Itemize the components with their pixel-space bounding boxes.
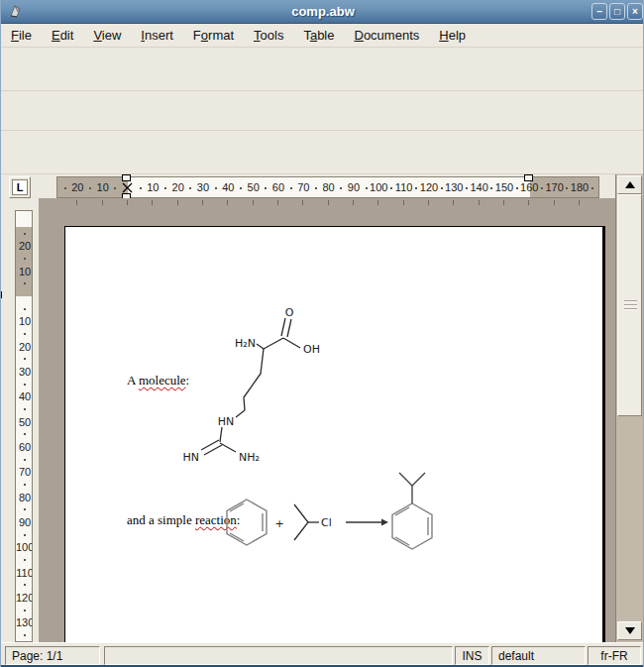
ruler-tick (541, 187, 543, 189)
ruler-tick (24, 584, 26, 586)
margin-tick (277, 200, 278, 205)
right-indent-marker[interactable] (524, 174, 533, 181)
maximize-button[interactable]: □ (609, 3, 625, 20)
menu-documents[interactable]: Documents (345, 25, 430, 46)
ruler-tick (24, 459, 26, 461)
margin-tick (302, 200, 303, 205)
arrow-up-icon (625, 181, 635, 188)
menubar: File Edit View Insert Format Tools Table… (1, 24, 644, 48)
ruler-tick (24, 610, 26, 611)
ruler-tick (24, 484, 26, 486)
ruler-number: 130 (445, 181, 463, 193)
style-indicator[interactable]: default (491, 646, 586, 665)
tab-selector-button[interactable]: L (9, 176, 31, 198)
menu-help[interactable]: Help (429, 25, 476, 46)
ruler-number: 30 (197, 181, 209, 193)
menu-view[interactable]: View (83, 25, 131, 46)
ruler-tick (366, 187, 368, 189)
ruler-tick (390, 187, 392, 189)
margin-tick (503, 200, 504, 205)
margin-tick (76, 200, 77, 205)
toolbar-format: Normal Times New Roman 12 A A A (1, 91, 644, 131)
ruler-number: 130 (16, 616, 33, 628)
titlebar[interactable]: comp.abw – □ × (1, 0, 644, 24)
ruler-number: 110 (16, 567, 33, 579)
ruler-top-margin-zone (16, 227, 33, 296)
atom-label-hn-left: HN (183, 451, 200, 464)
first-line-indent-marker[interactable] (122, 174, 131, 181)
ruler-number: 30 (16, 366, 33, 378)
margin-tick (453, 200, 454, 205)
ruler-tick (490, 187, 492, 189)
ruler-tick (164, 187, 166, 189)
margin-tick (428, 200, 429, 205)
menu-insert[interactable]: Insert (131, 25, 183, 46)
ruler-number: 100 (16, 541, 33, 553)
ruler-number: 20 (71, 181, 83, 193)
margin-tick (328, 200, 329, 205)
ruler-number: 80 (16, 492, 33, 503)
ruler-tick (24, 508, 26, 510)
menu-format[interactable]: Format (183, 25, 244, 46)
reaction-scheme[interactable]: + Cl (214, 458, 457, 562)
atom-label-o: O (285, 306, 294, 319)
ruler-tick (441, 187, 443, 189)
menu-file[interactable]: File (1, 25, 42, 46)
ruler-number: 50 (16, 416, 33, 428)
ruler-number: 140 (470, 181, 487, 193)
ruler-tick (24, 333, 26, 335)
vertical-ruler[interactable]: 2010102030405060708090100110120130 (15, 210, 33, 642)
ruler-tick (591, 187, 593, 189)
close-button[interactable]: × (627, 3, 643, 20)
ruler-tick (340, 187, 342, 189)
molecule-structure-arginine[interactable]: O OH H₂N HN HN NH₂ (155, 297, 353, 466)
ruler-tick (24, 233, 26, 235)
tab-type-label: L (12, 179, 28, 195)
document-canvas[interactable]: A molecule: O OH H₂N HN HN NH₂ and a sim… (39, 198, 615, 642)
ruler-number: 20 (16, 240, 33, 252)
ruler-number: 40 (222, 181, 234, 193)
ruler-tick (24, 282, 26, 284)
margin-tick (479, 200, 480, 205)
insert-mode-indicator[interactable]: INS (455, 646, 489, 665)
language-indicator[interactable]: fr-FR (588, 646, 641, 665)
atom-label-hn: HN (218, 415, 235, 428)
indent-marker-bowtie[interactable] (122, 182, 133, 193)
ruler-number: 160 (520, 181, 538, 193)
isopropyl-chloride (294, 504, 319, 540)
ruler-number: 110 (395, 181, 413, 193)
ruler-tick (24, 358, 26, 360)
top-margin-marker[interactable] (0, 291, 2, 298)
ruler-tick (265, 187, 267, 189)
ruler-tick (189, 187, 191, 189)
horizontal-ruler[interactable]: 2010102030405060708090100110120130140150… (56, 176, 599, 198)
ruler-tick (24, 634, 26, 636)
menu-table[interactable]: Table (293, 25, 344, 46)
ruler-number: 150 (495, 181, 513, 193)
ruler-number: 80 (323, 181, 335, 193)
vertical-scrollbar[interactable] (615, 174, 643, 642)
reaction-arrow (346, 519, 388, 526)
scrollbar-thumb[interactable] (617, 194, 642, 416)
ruler-number: 180 (571, 181, 589, 193)
ruler-number: 170 (545, 181, 563, 193)
ruler-number: 100 (370, 181, 387, 193)
ruler-tick (24, 559, 26, 561)
menu-edit[interactable]: Edit (42, 25, 83, 46)
ruler-number: 20 (172, 181, 184, 193)
ruler-number: 10 (16, 266, 33, 278)
ruler-tick (566, 187, 568, 189)
ruler-number: 120 (16, 592, 33, 604)
window-title: comp.abw (1, 4, 644, 19)
menu-tools[interactable]: Tools (244, 25, 293, 46)
ruler-number: 20 (16, 341, 33, 353)
scroll-down-button[interactable] (617, 621, 642, 640)
minimize-button[interactable]: – (591, 3, 607, 20)
ruler-tick (89, 187, 91, 189)
page-indicator: Page: 1/1 (5, 646, 100, 665)
abiword-window: { "window": { "title": "comp.abw", "cont… (0, 0, 644, 667)
ruler-tick (114, 187, 116, 189)
scroll-up-button[interactable] (617, 175, 642, 194)
margin-tick (377, 200, 378, 205)
ruler-number: 10 (16, 315, 33, 327)
